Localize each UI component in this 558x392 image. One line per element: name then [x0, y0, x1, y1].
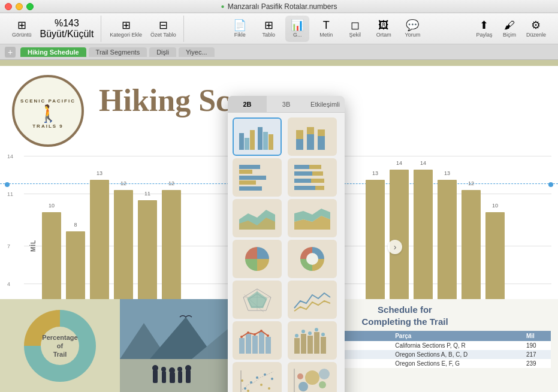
bar-label-top-1: 10 — [49, 203, 55, 209]
svg-rect-49 — [301, 334, 306, 354]
chart-type-donut[interactable] — [288, 240, 337, 278]
svg-point-65 — [271, 378, 273, 380]
share-button[interactable]: ⬆ Paylaş — [472, 16, 496, 42]
chart-type-bubble[interactable] — [288, 362, 337, 392]
file-button[interactable]: 📄 Fikle — [228, 16, 252, 42]
gridline-label-11: 11 — [7, 191, 13, 197]
format-label: Biçim — [503, 32, 516, 38]
logo-hiker-icon: 🚶 — [38, 104, 59, 123]
person-2 — [162, 371, 166, 383]
zoom-value: %143 — [55, 18, 79, 29]
logo-container: SCENIC PACIFIC 🚶 TRAILS 9 — [12, 75, 84, 147]
table-button[interactable]: ⊞ Tablo — [257, 16, 280, 42]
nav-arrow-right[interactable]: › — [388, 240, 402, 254]
sheet-tabs: + Hiking Schedule Trail Segments Dişli Y… — [0, 44, 558, 60]
svg-rect-21 — [294, 179, 311, 183]
gridline-label-14: 14 — [7, 153, 13, 159]
category-button[interactable]: ⊞ Kategori Ekle — [106, 16, 146, 42]
summary-icon: ⊟ — [159, 20, 168, 31]
svg-rect-48 — [294, 338, 300, 354]
chart-type-scatter[interactable] — [233, 362, 282, 392]
svg-point-64 — [268, 387, 270, 390]
bar-6: 12 — [162, 190, 181, 314]
text-icon: T — [323, 20, 330, 31]
maximize-button[interactable] — [26, 3, 34, 10]
chart-type-bar-stacked[interactable] — [288, 117, 337, 156]
person-1 — [153, 370, 158, 383]
svg-point-54 — [301, 330, 305, 333]
svg-point-44 — [247, 331, 249, 334]
picker-tab-2b[interactable]: 2B — [228, 96, 267, 112]
line-icon — [291, 284, 333, 315]
chart-type-area[interactable] — [233, 199, 282, 237]
bar-5: 11 — [138, 200, 157, 314]
chart-type-bar-grouped[interactable] — [233, 117, 282, 156]
format-button[interactable]: 🖌 Biçim — [497, 16, 521, 42]
chart-picker[interactable]: 2B 3B Etkileşimli — [228, 96, 345, 392]
svg-point-57 — [321, 333, 325, 336]
svg-rect-39 — [246, 334, 251, 354]
chart-type-mixed1[interactable] — [233, 321, 282, 360]
picker-tabs: 2B 3B Etkileşimli — [228, 96, 345, 113]
share-icon: ⬆ — [479, 20, 488, 31]
picker-tab-interactive[interactable]: Etkileşimli — [306, 96, 345, 112]
logo-text-bottom: TRAILS 9 — [32, 123, 64, 129]
svg-rect-4 — [263, 132, 268, 150]
schedule-title-line1: Schedule for — [378, 304, 432, 315]
organize-button[interactable]: ⚙ Düzenle — [523, 16, 550, 42]
tab-disli[interactable]: Dişli — [149, 47, 176, 57]
svg-rect-3 — [258, 127, 263, 150]
mixed2-icon — [291, 325, 333, 356]
zoom-control[interactable]: %143 Büyüt/Küçült — [37, 16, 98, 42]
main-content: SCENIC PACIFIC 🚶 TRAILS 9 Hiking Sc MİL … — [0, 60, 558, 392]
gridline-label-4: 4 — [7, 281, 10, 287]
minimize-button[interactable] — [16, 3, 23, 10]
svg-point-58 — [244, 387, 246, 390]
chart-type-radar[interactable] — [233, 281, 282, 319]
svg-rect-6 — [296, 139, 303, 150]
svg-point-55 — [308, 331, 312, 335]
chart-type-mixed2[interactable] — [288, 321, 337, 360]
picker-grid — [228, 113, 345, 392]
shape-button[interactable]: ◻ Şekil — [343, 16, 367, 42]
svg-rect-15 — [239, 180, 256, 185]
chart-type-area-stacked[interactable] — [288, 199, 337, 237]
category-label: Kategori Ekle — [110, 32, 142, 38]
svg-point-69 — [319, 381, 326, 388]
chart-type-hbar-grouped[interactable] — [233, 158, 282, 197]
close-button[interactable] — [5, 3, 12, 10]
comment-label: Yorum — [405, 32, 421, 38]
svg-point-68 — [305, 370, 319, 385]
row2-section: Oregon Sections A, B, C, D — [391, 350, 523, 359]
chart-type-line[interactable] — [288, 281, 337, 319]
media-button[interactable]: 🖼 Ortam — [372, 16, 396, 42]
picker-tab-3b[interactable]: 3B — [267, 96, 306, 112]
add-sheet-button[interactable]: + — [5, 47, 16, 58]
svg-point-59 — [250, 381, 252, 384]
bar-label-r4: 13 — [444, 170, 450, 176]
svg-rect-12 — [239, 165, 260, 169]
bubble-icon — [291, 366, 333, 392]
chart-type-pie[interactable] — [233, 240, 282, 278]
tab-trail-segments[interactable]: Trail Segments — [89, 47, 147, 57]
pie-chart: Percentage of Trail — [18, 304, 102, 388]
bar-label-r3: 14 — [420, 160, 426, 166]
bar-r1: 13 — [366, 180, 385, 314]
tab-hiking-schedule[interactable]: Hiking Schedule — [20, 47, 86, 57]
comment-button[interactable]: 💬 Yorum — [400, 16, 424, 42]
svg-rect-2 — [250, 130, 255, 150]
text-button[interactable]: T Metin — [314, 16, 338, 42]
svg-point-46 — [260, 330, 263, 332]
chart-button[interactable]: 📊 G... — [285, 16, 309, 42]
bar-stacked-icon — [291, 121, 333, 152]
svg-rect-10 — [318, 136, 325, 150]
tab-yiyec[interactable]: Yiyec... — [179, 47, 215, 57]
summary-button[interactable]: ⊟ Özet Tablo — [147, 16, 180, 42]
view-icon: ⊞ — [17, 20, 26, 31]
chart-type-hbar-stacked[interactable] — [288, 158, 337, 197]
view-label: Görüntü — [12, 32, 32, 38]
svg-rect-19 — [294, 171, 312, 176]
summary-label: Özet Tablo — [150, 32, 176, 38]
gridline-label-7: 7 — [7, 243, 10, 249]
view-button[interactable]: ⊞ Görüntü — [8, 16, 35, 42]
